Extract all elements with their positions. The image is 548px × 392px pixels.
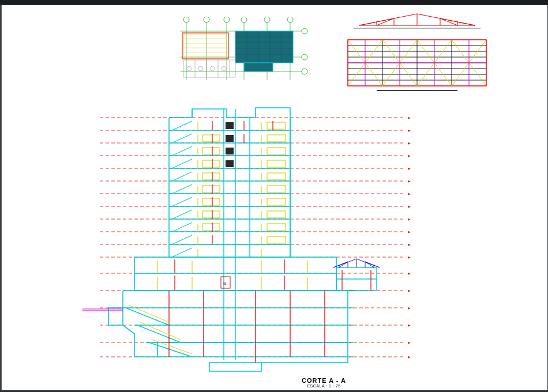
svg-rect-14 (182, 33, 228, 59)
svg-line-134 (172, 172, 192, 181)
roof-elevation (342, 11, 492, 31)
svg-rect-172 (267, 198, 286, 205)
section-scale: ESCALA : 1 : 75 (302, 384, 346, 388)
svg-rect-171 (267, 186, 286, 193)
svg-line-135 (172, 184, 192, 194)
app-titlebar (0, 0, 548, 5)
svg-text:▸: ▸ (408, 167, 410, 170)
svg-rect-182 (202, 211, 220, 218)
svg-rect-176 (202, 135, 220, 142)
svg-point-32 (210, 66, 215, 71)
svg-point-40 (302, 28, 307, 34)
svg-line-130 (172, 121, 192, 130)
svg-text:▸: ▸ (408, 289, 410, 292)
roof-plan (342, 34, 492, 95)
svg-text:▸: ▸ (408, 217, 410, 221)
svg-line-234 (126, 308, 169, 325)
svg-point-39 (287, 17, 293, 22)
svg-rect-25 (183, 60, 235, 77)
svg-rect-24 (244, 63, 273, 71)
svg-point-33 (222, 66, 226, 71)
svg-rect-200 (226, 160, 234, 167)
svg-text:▸: ▸ (408, 141, 410, 145)
svg-point-30 (187, 66, 192, 71)
svg-text:▸: ▸ (408, 255, 410, 259)
section-title: CORTE A - A (302, 377, 346, 384)
drawing-canvas[interactable]: ▸▸▸ ▸▸▸ ▸▸▸ ▸▸▸ ▸▸▸ ▸▸▸ (1, 5, 547, 390)
svg-line-235 (137, 325, 181, 342)
svg-rect-197 (226, 122, 234, 129)
svg-text:B: B (223, 281, 226, 286)
svg-text:▸: ▸ (408, 129, 410, 132)
svg-line-50 (377, 18, 394, 25)
svg-text:▸: ▸ (408, 323, 410, 327)
building-section: ▸▸▸ ▸▸▸ ▸▸▸ ▸▸▸ ▸▸▸ ▸▸▸ (77, 106, 434, 377)
svg-point-41 (302, 54, 307, 60)
plan-view (175, 17, 310, 86)
svg-text:▸: ▸ (408, 179, 410, 183)
svg-rect-167 (267, 135, 286, 142)
svg-point-31 (198, 66, 203, 71)
svg-text:▸: ▸ (408, 306, 410, 310)
svg-rect-15 (235, 31, 293, 63)
svg-rect-179 (202, 173, 220, 180)
svg-rect-173 (267, 211, 286, 218)
svg-text:▸: ▸ (408, 243, 410, 246)
svg-text:▸: ▸ (408, 205, 410, 208)
svg-rect-166 (267, 122, 286, 129)
svg-line-52 (440, 18, 457, 25)
svg-rect-183 (202, 224, 220, 231)
section-title-block: CORTE A - A ESCALA : 1 : 75 (302, 377, 346, 388)
svg-rect-198 (226, 135, 234, 142)
svg-rect-170 (267, 173, 286, 180)
svg-point-42 (302, 69, 307, 74)
svg-line-137 (172, 210, 192, 219)
svg-text:▸: ▸ (408, 355, 410, 359)
svg-line-138 (172, 223, 192, 232)
svg-line-140 (172, 248, 192, 257)
svg-text:▸: ▸ (408, 230, 410, 233)
svg-rect-175 (267, 236, 286, 243)
svg-line-132 (172, 146, 192, 156)
svg-line-139 (172, 235, 192, 244)
svg-point-34 (183, 17, 189, 22)
svg-rect-168 (267, 148, 286, 154)
svg-text:▸: ▸ (408, 341, 410, 344)
svg-rect-199 (226, 148, 234, 154)
svg-rect-178 (202, 160, 220, 167)
svg-point-38 (264, 17, 270, 22)
svg-line-131 (172, 134, 192, 143)
svg-text:▸: ▸ (408, 154, 410, 157)
svg-rect-9 (183, 34, 227, 57)
svg-text:▸: ▸ (408, 116, 410, 119)
svg-rect-177 (202, 148, 220, 154)
svg-line-133 (172, 159, 192, 168)
svg-point-37 (241, 17, 247, 22)
svg-rect-181 (202, 198, 220, 205)
svg-line-236 (149, 342, 192, 357)
svg-text:▸: ▸ (408, 192, 410, 195)
svg-line-136 (172, 197, 192, 206)
svg-rect-169 (267, 160, 286, 167)
svg-rect-180 (202, 186, 220, 193)
svg-point-36 (224, 17, 230, 22)
svg-point-35 (204, 17, 209, 22)
svg-rect-174 (267, 224, 286, 231)
svg-text:▸: ▸ (408, 272, 410, 275)
